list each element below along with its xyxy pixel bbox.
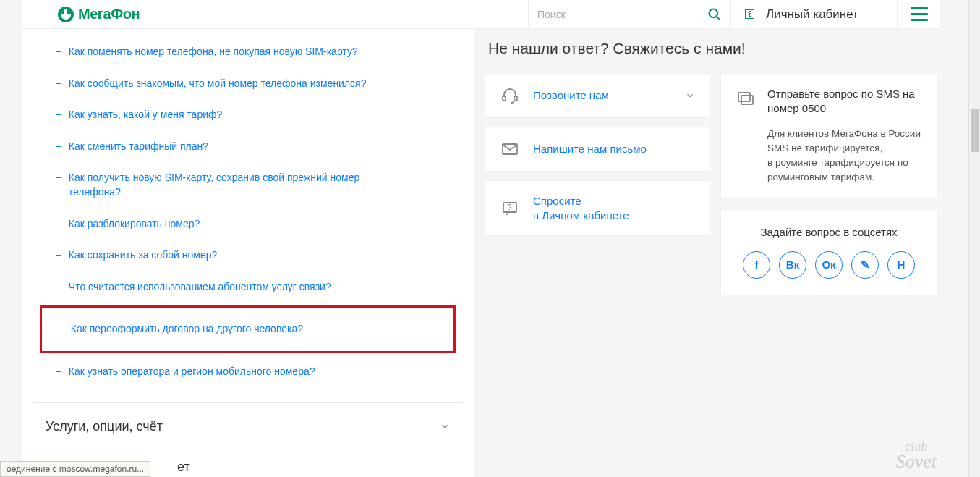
faq-link[interactable]: Как получить новую SIM-карту, сохранив с… [69,171,401,199]
search-input[interactable] [537,9,707,20]
sms-body: Для клиентов МегаФона в России SMS не та… [767,127,922,185]
faq-item[interactable]: –Как сменить тарифный план? [33,131,463,163]
dash-icon: – [56,108,61,119]
dash-icon: – [56,248,61,260]
scrollbar[interactable] [968,0,980,477]
cabinet-label: Личный кабинет [766,7,858,22]
faq-link[interactable]: Как сменить тарифный план? [69,140,208,154]
svg-text:?: ? [508,203,512,211]
faq-panel: –Как поменять номер телефона, не покупая… [22,29,474,477]
logo-icon [58,7,74,22]
faq-link[interactable]: Как узнать оператора и регион мобильного… [69,365,315,379]
faq-list: –Как поменять номер телефона, не покупая… [33,29,463,402]
faq-item[interactable]: –Как узнать, какой у меня тариф? [33,99,463,131]
dash-icon: – [56,171,61,182]
faq-item[interactable]: –Как узнать оператора и регион мобильног… [33,356,463,388]
dash-icon: – [56,45,61,56]
sms-card: Отправьте вопрос по SMS на номер 0500 Дл… [720,73,937,199]
chevron-down-icon [685,90,695,101]
dash-icon: – [58,322,64,334]
faq-item[interactable]: –Как получить новую SIM-карту, сохранив … [33,162,463,208]
faq-link[interactable]: Как сохранить за собой номер? [69,248,218,263]
social-habr[interactable]: Н [887,251,915,279]
contact-ask-label: Спросите в Личном кабинете [533,194,695,222]
headset-icon [500,87,520,104]
faq-item[interactable]: –Как сохранить за собой номер? [33,240,463,271]
search-box[interactable] [528,0,730,28]
contact-ask-cabinet[interactable]: ? Спросите в Личном кабинете [485,180,710,236]
brand-name: МегаФон [78,6,140,22]
browser-statusbar: оединение с moscow.megafon.ru... [0,461,150,477]
accordion-title: Услуги, опции, счёт [46,419,163,434]
dash-icon: – [56,280,61,292]
faq-link[interactable]: Как поменять номер телефона, не покупая … [69,45,358,59]
envelope-icon [500,140,520,158]
faq-item[interactable]: –Как сообщить знакомым, что мой номер те… [33,68,463,100]
dash-icon: – [56,365,61,376]
social-odnoklassniki[interactable]: Ок [815,251,843,279]
sms-icon [736,90,756,107]
faq-item[interactable]: –Как переоформить договор на другого чел… [40,305,456,353]
svg-rect-8 [741,96,753,104]
svg-rect-3 [514,96,517,101]
contact-write-label: Напишите нам письмо [533,142,695,156]
faq-link[interactable]: Как сообщить знакомым, что мой номер тел… [69,77,367,91]
faq-item[interactable]: –Что считается использованием абонентом … [33,271,463,303]
faq-link[interactable]: Как узнать, какой у меня тариф? [69,108,223,122]
menu-button[interactable] [897,0,940,28]
sms-title: Отправьте вопрос по SMS на номер 0500 [767,87,922,117]
contact-aside: Не нашли ответ? Свяжитесь с нами! Позвон… [485,40,939,295]
faq-link[interactable]: Что считается использованием абонентом у… [69,280,331,295]
social-vkontakte[interactable]: Вк [779,251,806,279]
svg-rect-2 [503,96,506,101]
contact-write[interactable]: Напишите нам письмо [485,127,710,172]
chevron-down-icon [440,421,450,431]
social-row: fВкОк✎Н [736,251,922,279]
aside-title: Не нашли ответ? Свяжитесь с нами! [485,40,939,57]
key-icon: ⚿ [744,8,756,21]
social-facebook[interactable]: f [743,251,770,279]
svg-point-0 [710,9,718,17]
social-livejournal[interactable]: ✎ [851,251,879,279]
svg-rect-7 [738,93,750,101]
contact-call[interactable]: Позвоните нам [485,73,710,118]
dash-icon: – [56,77,61,88]
dash-icon: – [56,140,61,151]
accordion-next-partial: ет [177,460,190,475]
header: МегаФон ⚿ Личный кабинет [22,0,940,29]
brand-logo[interactable]: МегаФон [58,6,140,22]
dash-icon: – [56,217,61,229]
scroll-thumb[interactable] [971,109,979,152]
social-card: Задайте вопрос в соцсетях fВкОк✎Н [720,209,937,295]
accordion-services[interactable]: Услуги, опции, счёт [33,402,463,450]
watermark: club Sovet [896,441,937,470]
svg-line-1 [717,16,720,19]
search-icon[interactable] [707,7,722,22]
social-title: Задайте вопрос в соцсетях [736,226,922,238]
personal-cabinet-link[interactable]: ⚿ Личный кабинет [730,0,897,28]
faq-link[interactable]: Как переоформить договор на другого чело… [71,322,303,337]
chat-question-icon: ? [500,200,520,217]
contact-call-label: Позвоните нам [533,88,672,103]
faq-link[interactable]: Как разблокировать номер? [69,217,200,232]
faq-item[interactable]: –Как разблокировать номер? [33,208,463,240]
faq-item[interactable]: –Как поменять номер телефона, не покупая… [33,36,463,68]
